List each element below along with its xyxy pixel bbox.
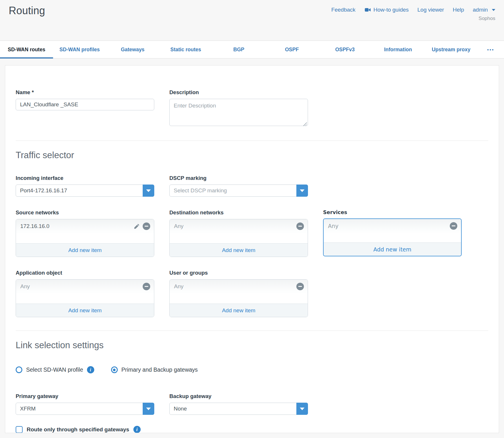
name-input[interactable]	[16, 99, 154, 110]
destination-networks-label: Destination networks	[169, 209, 308, 216]
primary-gateway-value: XFRM	[20, 403, 36, 415]
divider	[16, 140, 488, 141]
description-label: Description	[169, 89, 308, 96]
list-item-value: Any	[20, 283, 30, 290]
tab-gateways[interactable]: Gateways	[106, 41, 159, 58]
tab-sd-wan-routes[interactable]: SD-WAN routes	[0, 41, 53, 58]
add-new-item-button[interactable]: Add new item	[324, 242, 461, 256]
description-field-group: Description	[169, 89, 308, 127]
how-to-guides-link[interactable]: How-to guides	[364, 6, 409, 13]
tab-information[interactable]: Information	[371, 41, 425, 58]
listbox-spacer	[16, 233, 154, 243]
dscp-group: DSCP marking Select DSCP marking	[169, 175, 308, 197]
incoming-interface-value: Port4-172.16.16.17	[20, 185, 67, 196]
interface-dscp-row: Incoming interface Port4-172.16.16.17 DS…	[16, 175, 488, 197]
gateway-row: Primary gateway XFRM Backup gateway None	[16, 393, 488, 415]
name-field-group: Name *	[16, 89, 154, 127]
user-groups-label: User or groups	[169, 270, 308, 276]
incoming-interface-select[interactable]: Port4-172.16.16.17	[16, 185, 154, 197]
list-item-value: 172.16.16.0	[20, 223, 49, 229]
add-new-item-button[interactable]: Add new item	[170, 304, 308, 317]
tab-static-routes[interactable]: Static routes	[159, 41, 212, 58]
chevron-down-icon[interactable]	[143, 403, 154, 415]
listbox-spacer	[16, 293, 154, 304]
feedback-link[interactable]: Feedback	[331, 7, 355, 13]
application-object-label: Application object	[16, 270, 154, 276]
info-icon[interactable]	[87, 366, 94, 373]
source-networks-box: 172.16.16.0 Add new item	[16, 219, 154, 257]
source-networks-group: Source networks 172.16.16.0	[16, 209, 154, 257]
log-viewer-link[interactable]: Log viewer	[417, 7, 444, 13]
user-groups-group: User or groups Any Add new item	[169, 270, 308, 317]
dscp-select[interactable]: Select DSCP marking	[169, 185, 308, 197]
dscp-label: DSCP marking	[169, 175, 308, 181]
brand-label: Sophos	[331, 16, 495, 21]
link-selection-heading: Link selection settings	[16, 340, 488, 351]
services-box: Any Add new item	[323, 218, 462, 256]
admin-menu[interactable]: admin	[473, 7, 495, 13]
primary-gateway-select[interactable]: XFRM	[16, 403, 154, 415]
video-camera-icon	[364, 6, 371, 13]
destination-networks-group: Destination networks Any Add new item	[169, 209, 308, 257]
info-icon[interactable]	[133, 426, 141, 433]
list-item-value: Any	[328, 223, 338, 229]
route-only-checkbox[interactable]	[16, 426, 23, 433]
listbox-spacer	[170, 233, 308, 243]
list-item-value: Any	[174, 283, 184, 290]
backup-gateway-group: Backup gateway None	[169, 393, 308, 415]
page-title: Routing	[9, 5, 45, 17]
route-only-label: Route only through specified gateways	[27, 426, 129, 433]
description-input[interactable]	[169, 99, 308, 126]
help-link[interactable]: Help	[453, 7, 464, 13]
sd-wan-route-form: Name * Description Traffic selector Inco…	[5, 65, 499, 433]
radio-label: Primary and Backup gateways	[122, 366, 198, 373]
link-mode-radio-row: Select SD-WAN profile Primary and Backup…	[16, 366, 488, 373]
chevron-down-icon[interactable]	[296, 185, 308, 197]
tab-upstream-proxy[interactable]: Upstream proxy	[425, 41, 478, 58]
list-item: Any	[170, 219, 308, 233]
services-label: Services	[323, 209, 462, 215]
backup-gateway-value: None	[174, 403, 187, 415]
tab-ospf[interactable]: OSPF	[265, 41, 318, 58]
tab-bar: SD-WAN routesSD-WAN profilesGatewaysStat…	[0, 41, 504, 59]
tab-bgp[interactable]: BGP	[212, 41, 265, 58]
add-new-item-button[interactable]: Add new item	[16, 243, 154, 257]
tab-sd-wan-profiles[interactable]: SD-WAN profiles	[53, 41, 106, 58]
application-object-group: Application object Any Add new item	[16, 270, 154, 317]
add-new-item-button[interactable]: Add new item	[16, 304, 154, 317]
radio-checked-icon[interactable]	[111, 366, 118, 373]
name-description-row: Name * Description	[16, 89, 488, 127]
how-to-guides-label: How-to guides	[374, 7, 409, 13]
page-header: Routing Feedback How-to guides Log viewe…	[0, 0, 504, 41]
remove-icon[interactable]	[296, 283, 304, 290]
listbox-spacer	[170, 293, 308, 304]
application-object-box: Any Add new item	[16, 279, 154, 317]
tab-more[interactable]: •••	[478, 41, 504, 58]
list-item: 172.16.16.0	[16, 219, 154, 233]
chevron-down-icon	[492, 9, 495, 11]
edit-icon[interactable]	[133, 223, 140, 230]
chevron-down-icon[interactable]	[296, 403, 308, 415]
remove-icon[interactable]	[143, 283, 150, 290]
backup-gateway-label: Backup gateway	[169, 393, 308, 399]
radio-select-sdwan-profile[interactable]: Select SD-WAN profile	[16, 366, 94, 373]
radio-primary-backup-gateways[interactable]: Primary and Backup gateways	[111, 366, 198, 373]
header-links: Feedback How-to guides Log viewer Help a…	[331, 6, 495, 13]
tab-ospfv3[interactable]: OSPFv3	[318, 41, 371, 58]
app-user-row: Application object Any Add new item User…	[16, 270, 488, 317]
remove-icon[interactable]	[143, 222, 150, 230]
backup-gateway-select[interactable]: None	[169, 403, 308, 415]
remove-icon[interactable]	[296, 222, 304, 230]
radio-icon[interactable]	[16, 366, 22, 373]
list-item: Any	[16, 280, 154, 293]
list-item: Any	[324, 219, 461, 233]
chevron-down-icon[interactable]	[143, 185, 154, 197]
header-right: Feedback How-to guides Log viewer Help a…	[331, 5, 495, 21]
primary-gateway-group: Primary gateway XFRM	[16, 393, 154, 415]
list-item-value: Any	[174, 223, 184, 229]
remove-icon[interactable]	[450, 222, 457, 230]
add-new-item-button[interactable]: Add new item	[170, 243, 308, 257]
source-networks-label: Source networks	[16, 209, 154, 216]
services-group: Services Any Add new item	[323, 209, 462, 257]
destination-networks-box: Any Add new item	[169, 219, 308, 257]
